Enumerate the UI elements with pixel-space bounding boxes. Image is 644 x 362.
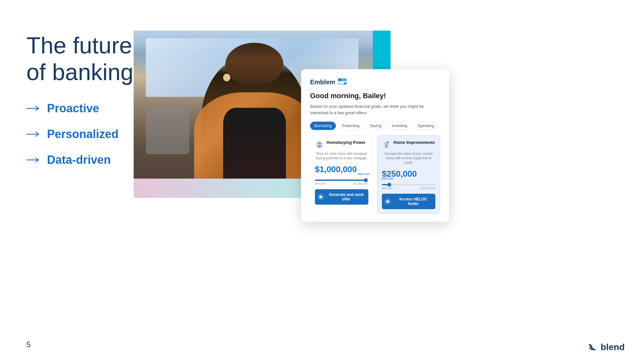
home-improvements-cta-icon [384, 198, 391, 205]
tab-investing[interactable]: Investing [388, 122, 412, 130]
homebuying-slider-fill [315, 180, 366, 181]
home-improvements-slider-range: $60,000 $1,000,000 [382, 187, 435, 190]
bullet-label-data-driven: Data-driven [47, 153, 111, 167]
cyan-accent [373, 31, 391, 69]
bullet-label-proactive: Proactive [47, 102, 99, 115]
home-improvements-cta-button[interactable]: Access HELOC funds [382, 194, 435, 209]
home-improvements-icon [382, 140, 391, 149]
svg-rect-5 [343, 79, 346, 81]
blend-logo-text: blend [601, 342, 625, 352]
offer-card-homebuying-header: Homebuying Power [315, 140, 368, 149]
page-number: 5 [26, 340, 31, 349]
arrow-icon-personalized [26, 131, 41, 137]
home-improvements-cta-label: Access HELOC funds [393, 197, 433, 206]
arrow-icon-data-driven [26, 157, 41, 163]
svg-rect-12 [385, 144, 388, 148]
homebuying-icon [315, 140, 324, 149]
offer-card-home-improvements-header: Home Improvements [382, 140, 435, 149]
bullet-item-proactive: Proactive [26, 102, 149, 115]
svg-rect-6 [338, 81, 346, 82]
bullet-item-data-driven: Data-driven [26, 153, 149, 167]
ui-card: Emblem Good morning, Bailey! Based on yo… [301, 69, 449, 222]
homebuying-title: Homebuying Power [327, 140, 365, 145]
left-panel: The future of banking Proactive Personal… [26, 32, 149, 167]
bullet-items: Proactive Personalized Data-driven [26, 102, 149, 167]
arrow-icon-proactive [26, 106, 41, 111]
svg-rect-4 [338, 79, 342, 81]
homebuying-slider-min: $50,000 [315, 182, 326, 185]
offer-card-home-improvements: Home Improvements Increase the value of … [377, 135, 440, 214]
tab-protecting[interactable]: Protecting [338, 122, 364, 130]
main-title: The future of banking [26, 32, 149, 86]
tab-spending[interactable]: Spending [413, 122, 438, 130]
blend-logo: blend [587, 342, 625, 352]
greeting-description: Based on your updated financial goals, w… [310, 103, 440, 116]
home-improvements-slider-track: $190,500 [382, 184, 435, 185]
svg-marker-9 [316, 141, 323, 144]
home-improvements-slider[interactable]: $190,500 $60,000 $1,000,000 [382, 184, 435, 190]
homebuying-cta-icon [317, 194, 324, 200]
emblem-logo-icon [338, 78, 347, 86]
homebuying-cta-label: Generate and send offer [327, 192, 366, 201]
offer-cards: Homebuying Power Shop for more home with… [310, 135, 440, 214]
bullet-item-personalized: Personalized [26, 127, 149, 141]
home-improvements-slider-min: $60,000 [382, 187, 393, 190]
tab-borrowing[interactable]: Borrowing [310, 122, 336, 130]
homebuying-slider-max: $1,000,000 [354, 182, 368, 185]
homebuying-cta-button[interactable]: Generate and send offer [315, 189, 368, 205]
homebuying-slider-track: $850,000 [315, 180, 368, 181]
homebuying-slider[interactable]: $850,000 $50,000 $1,000,000 [315, 180, 368, 185]
svg-rect-7 [344, 83, 346, 84]
homebuying-slider-value: $850,000 [358, 172, 370, 176]
emblem-brand-name: Emblem [310, 79, 335, 86]
homebuying-slider-thumb[interactable]: $850,000 [364, 178, 368, 182]
svg-point-13 [388, 141, 389, 143]
home-improvements-slider-value: $190,500 [381, 177, 393, 180]
svg-point-14 [386, 200, 389, 203]
home-improvements-desc: Increase the value of your current home … [382, 152, 435, 165]
home-improvements-slider-max: $1,000,000 [421, 187, 435, 190]
home-improvements-slider-thumb[interactable]: $190,500 [387, 183, 391, 187]
svg-rect-10 [318, 145, 321, 148]
homebuying-slider-range: $50,000 $1,000,000 [315, 182, 368, 185]
greeting-text: Good morning, Bailey! [310, 92, 440, 100]
filter-tabs: Borrowing Protecting Saving Investing Sp… [310, 122, 440, 130]
tab-saving[interactable]: Saving [365, 122, 386, 130]
home-improvements-title: Home Improvements [393, 140, 435, 145]
svg-point-11 [319, 196, 322, 198]
blend-logo-icon [587, 342, 597, 352]
emblem-header: Emblem [310, 78, 440, 86]
bullet-label-personalized: Personalized [47, 127, 118, 141]
offer-card-homebuying: Homebuying Power Shop for more home with… [310, 135, 373, 214]
homebuying-desc: Shop for more home with increased buying… [315, 152, 368, 161]
